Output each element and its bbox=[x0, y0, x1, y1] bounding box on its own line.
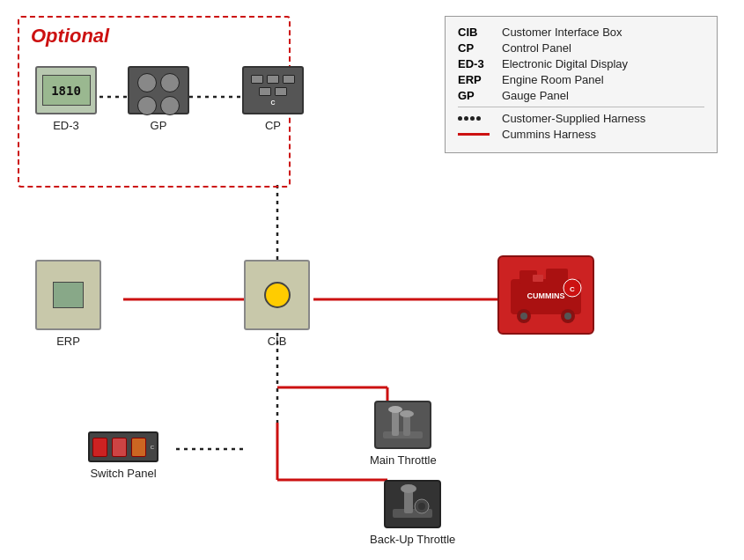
switch-logo: C bbox=[151, 445, 154, 450]
cp-logo: C bbox=[270, 99, 275, 106]
erp-screen bbox=[53, 282, 84, 308]
switch-panel-component: C Switch Panel bbox=[88, 431, 158, 480]
gauge-3 bbox=[137, 96, 157, 115]
erp-device bbox=[35, 260, 101, 330]
switch-panel-label: Switch Panel bbox=[90, 467, 156, 480]
svg-point-30 bbox=[401, 484, 416, 493]
legend-row-gp: GP Gauge Panel bbox=[458, 89, 704, 102]
main-throttle-label: Main Throttle bbox=[370, 453, 437, 467]
cp-btn-5 bbox=[275, 87, 287, 96]
cp-row-1 bbox=[251, 75, 295, 84]
main-throttle-device bbox=[374, 401, 431, 449]
svg-rect-24 bbox=[392, 409, 399, 436]
dot-3 bbox=[470, 116, 475, 121]
legend-divider bbox=[458, 107, 704, 107]
legend-desc-solid: Cummins Harness bbox=[502, 128, 596, 141]
dot-4 bbox=[476, 116, 481, 121]
engine-device: CUMMINS C bbox=[497, 255, 594, 335]
optional-label: Optional bbox=[31, 25, 109, 48]
backup-throttle-device bbox=[384, 480, 441, 528]
cp-btn-4 bbox=[259, 87, 271, 96]
engine-logo: CUMMINS C bbox=[506, 262, 586, 329]
legend-desc-ed3: Electronic Digital Display bbox=[502, 57, 628, 70]
dotted-line-visual bbox=[458, 116, 481, 121]
svg-point-16 bbox=[520, 313, 527, 320]
cp-component: C CP bbox=[242, 66, 304, 132]
svg-rect-14 bbox=[546, 269, 568, 284]
legend-symbol-solid: Cummins Harness bbox=[458, 128, 704, 141]
solid-line-visual bbox=[458, 133, 490, 136]
switch-btn-3 bbox=[131, 438, 146, 457]
legend-row-cib: CIB Customer Interface Box bbox=[458, 26, 704, 39]
engine-component: CUMMINS C bbox=[497, 255, 594, 335]
backup-throttle-label: Back-Up Throttle bbox=[370, 533, 455, 546]
dotted-line-symbol bbox=[458, 116, 502, 121]
dot-1 bbox=[458, 116, 462, 121]
cib-inner bbox=[264, 282, 291, 308]
legend-desc-dotted: Customer-Supplied Harness bbox=[502, 112, 645, 125]
cp-btn-1 bbox=[251, 75, 263, 84]
legend-desc-gp: Gauge Panel bbox=[502, 89, 569, 102]
gauge-2 bbox=[160, 73, 180, 92]
ed3-label: ED-3 bbox=[53, 119, 79, 132]
legend-row-erp: ERP Engine Room Panel bbox=[458, 73, 704, 86]
svg-point-27 bbox=[400, 410, 414, 417]
cp-device: C bbox=[242, 66, 304, 114]
ed3-screen: 1810 bbox=[42, 75, 91, 106]
svg-text:C: C bbox=[570, 285, 575, 293]
cp-btn-3 bbox=[283, 75, 295, 84]
svg-rect-19 bbox=[533, 275, 543, 282]
gauge-4 bbox=[160, 96, 180, 115]
svg-point-25 bbox=[388, 406, 402, 413]
legend-desc-erp: Engine Room Panel bbox=[502, 73, 604, 86]
legend-desc-cp: Control Panel bbox=[502, 41, 571, 55]
ed3-device: 1810 bbox=[35, 66, 97, 114]
svg-rect-23 bbox=[383, 431, 423, 438]
switch-btn-1 bbox=[92, 438, 107, 457]
svg-text:CUMMINS: CUMMINS bbox=[527, 291, 565, 300]
legend-abbr-erp: ERP bbox=[458, 73, 502, 86]
dot-2 bbox=[464, 116, 468, 121]
erp-component: ERP bbox=[35, 260, 101, 348]
backup-throttle-component: Back-Up Throttle bbox=[370, 480, 455, 546]
legend-abbr-cp: CP bbox=[458, 41, 502, 55]
gp-device bbox=[128, 66, 189, 114]
cib-component: CIB bbox=[244, 260, 310, 348]
switch-panel-device: C bbox=[88, 431, 158, 462]
diagram-container: Optional 1810 ED-3 GP bbox=[0, 0, 744, 560]
legend-row-cp: CP Control Panel bbox=[458, 41, 704, 55]
gauge-1 bbox=[137, 73, 157, 92]
erp-label: ERP bbox=[56, 335, 80, 348]
solid-line-symbol bbox=[458, 133, 502, 136]
cp-btn-2 bbox=[267, 75, 279, 84]
main-throttle-component: Main Throttle bbox=[370, 401, 437, 467]
legend-abbr-cib: CIB bbox=[458, 26, 502, 39]
gp-label: GP bbox=[151, 119, 167, 132]
legend-abbr-ed3: ED-3 bbox=[458, 57, 502, 70]
legend-abbr-gp: GP bbox=[458, 89, 502, 102]
switch-btn-2 bbox=[112, 438, 127, 457]
legend-box: CIB Customer Interface Box CP Control Pa… bbox=[445, 16, 718, 153]
legend-row-ed3: ED-3 Electronic Digital Display bbox=[458, 57, 704, 70]
cib-label: CIB bbox=[268, 335, 287, 348]
gp-component: GP bbox=[128, 66, 189, 132]
legend-desc-cib: Customer Interface Box bbox=[502, 26, 622, 39]
cp-label: CP bbox=[265, 119, 281, 132]
cib-device bbox=[244, 260, 310, 330]
svg-point-32 bbox=[418, 503, 425, 510]
cp-row-2 bbox=[259, 87, 287, 96]
ed3-component: 1810 ED-3 bbox=[35, 66, 97, 132]
legend-symbol-dotted: Customer-Supplied Harness bbox=[458, 112, 704, 125]
svg-point-18 bbox=[564, 313, 571, 320]
